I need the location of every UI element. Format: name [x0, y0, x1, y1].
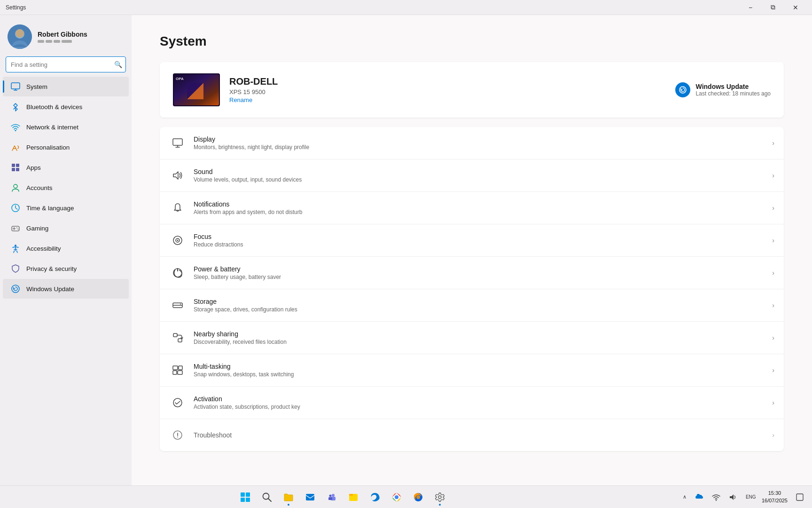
update-last-checked: Last checked: 18 minutes ago — [696, 90, 771, 97]
sidebar-item-label-privacy: Privacy & security — [26, 265, 77, 272]
main-content: System — [132, 15, 812, 485]
troubleshoot-chevron: › — [772, 431, 774, 439]
sound-icon-wrap — [169, 167, 186, 184]
svg-rect-9 — [12, 164, 15, 167]
setting-item-focus[interactable]: Focus Reduce distractions › — [160, 224, 784, 257]
device-left: OPA ROB-DELL XPS 15 9500 Rename — [173, 73, 278, 106]
minimize-button[interactable]: − — [740, 0, 761, 15]
bluetooth-icon — [10, 102, 21, 112]
search-input[interactable] — [6, 56, 126, 72]
svg-rect-12 — [16, 168, 19, 171]
svg-rect-28 — [173, 139, 182, 145]
taskbar-start-button[interactable] — [235, 487, 256, 508]
taskbar-edge-button[interactable] — [365, 487, 385, 508]
taskbar-settings-button[interactable] — [429, 487, 450, 508]
sidebar-item-gaming[interactable]: Gaming — [3, 218, 129, 238]
svg-point-63 — [392, 493, 401, 501]
sidebar-item-privacy[interactable]: Privacy & security — [3, 259, 129, 278]
storage-text: Storage Storage space, drives, configura… — [194, 298, 772, 313]
power-icon-wrap — [169, 264, 186, 281]
sidebar-item-apps[interactable]: Apps — [3, 158, 129, 177]
taskbar-files-button[interactable] — [343, 487, 364, 508]
taskbar-volume-button[interactable] — [726, 487, 740, 508]
sidebar-item-label-accessibility: Accessibility — [26, 245, 61, 252]
svg-point-7 — [15, 130, 16, 131]
svg-rect-44 — [173, 371, 177, 374]
taskbar-wifi-button[interactable] — [709, 487, 723, 508]
setting-item-multitasking[interactable]: Multi-tasking Snap windows, desktops, ta… — [160, 354, 784, 387]
taskbar-chevron-button[interactable]: ∧ — [680, 487, 689, 508]
taskbar-cloud-button[interactable] — [692, 487, 706, 508]
setting-item-display[interactable]: Display Monitors, brightness, night ligh… — [160, 127, 784, 159]
setting-item-sound[interactable]: Sound Volume levels, output, input, soun… — [160, 159, 784, 192]
sidebar-item-accounts[interactable]: Accounts — [3, 178, 129, 198]
storage-desc: Storage space, drives, configuration rul… — [194, 306, 772, 313]
taskbar-file-explorer-button[interactable] — [278, 487, 299, 508]
sidebar-item-bluetooth[interactable]: Bluetooth & devices — [3, 97, 129, 117]
gaming-icon — [10, 223, 21, 233]
svg-rect-4 — [11, 83, 20, 89]
svg-rect-42 — [173, 366, 178, 370]
page-title: System — [160, 34, 784, 49]
sidebar-item-accessibility[interactable]: Accessibility — [3, 238, 129, 258]
sidebar-item-personalisation[interactable]: Personalisation — [3, 137, 129, 157]
close-button[interactable]: ✕ — [785, 0, 806, 15]
svg-rect-11 — [12, 168, 15, 171]
power-title: Power & battery — [194, 265, 772, 273]
taskbar-clock[interactable]: 15:30 16/07/2025 — [759, 487, 790, 508]
setting-item-storage[interactable]: Storage Storage space, drives, configura… — [160, 289, 784, 322]
network-icon — [10, 122, 21, 132]
update-icon — [10, 284, 21, 294]
storage-chevron: › — [772, 302, 774, 309]
svg-point-64 — [395, 495, 398, 499]
svg-point-39 — [180, 304, 181, 305]
sidebar-item-label-system: System — [26, 83, 47, 90]
apps-icon — [10, 162, 21, 173]
activation-text: Activation Activation state, subscriptio… — [194, 395, 772, 410]
user-name: Robert Gibbons — [38, 31, 87, 38]
multitasking-text: Multi-tasking Snap windows, desktops, ta… — [194, 363, 772, 378]
nearby-sharing-icon-wrap — [169, 329, 186, 346]
setting-item-nearby-sharing[interactable]: Nearby sharing Discoverability, received… — [160, 322, 784, 354]
svg-line-55 — [268, 498, 272, 501]
taskbar-outlook-button[interactable] — [300, 487, 320, 508]
taskbar-active-dot — [288, 504, 289, 506]
sidebar-item-system[interactable]: System — [3, 77, 129, 96]
personalisation-icon — [10, 142, 21, 152]
setting-item-power[interactable]: Power & battery Sleep, battery usage, ba… — [160, 257, 784, 289]
svg-rect-56 — [306, 494, 314, 500]
notifications-icon-wrap — [169, 199, 186, 216]
device-card: OPA ROB-DELL XPS 15 9500 Rename — [160, 62, 784, 118]
taskbar-notification-button[interactable] — [793, 487, 806, 508]
accessibility-icon — [10, 243, 21, 254]
setting-item-troubleshoot[interactable]: Troubleshoot › — [160, 419, 784, 451]
accounts-icon — [10, 183, 21, 193]
activation-chevron: › — [772, 399, 774, 406]
power-desc: Sleep, battery usage, battery saver — [194, 274, 772, 280]
search-button[interactable]: 🔍 — [114, 61, 122, 68]
taskbar-language-button[interactable]: ENG — [743, 487, 756, 508]
svg-rect-51 — [246, 492, 250, 497]
setting-item-notifications[interactable]: Notifications Alerts from apps and syste… — [160, 192, 784, 224]
setting-item-activation[interactable]: Activation Activation state, subscriptio… — [160, 387, 784, 419]
focus-desc: Reduce distractions — [194, 241, 772, 248]
taskbar-teams-button[interactable] — [321, 487, 342, 508]
display-text: Display Monitors, brightness, night ligh… — [194, 135, 772, 151]
multitasking-chevron: › — [772, 366, 774, 374]
svg-rect-53 — [246, 498, 250, 502]
sidebar-item-update[interactable]: Windows Update — [3, 279, 129, 299]
dot-2 — [46, 40, 52, 43]
taskbar-search-button[interactable] — [257, 487, 277, 508]
sidebar-item-label-apps: Apps — [26, 164, 41, 171]
sidebar-item-time[interactable]: Time & language — [3, 198, 129, 218]
sidebar-item-network[interactable]: Network & internet — [3, 117, 129, 137]
settings-list: Display Monitors, brightness, night ligh… — [160, 127, 784, 451]
settings-active-dot — [439, 504, 441, 506]
restore-button[interactable]: ⧉ — [762, 0, 784, 15]
taskbar-firefox-button[interactable] — [408, 487, 429, 508]
svg-rect-61 — [349, 494, 358, 501]
time-icon — [10, 203, 21, 213]
dot-1 — [38, 40, 44, 43]
rename-link[interactable]: Rename — [229, 96, 252, 103]
taskbar-chrome-button[interactable] — [386, 487, 407, 508]
